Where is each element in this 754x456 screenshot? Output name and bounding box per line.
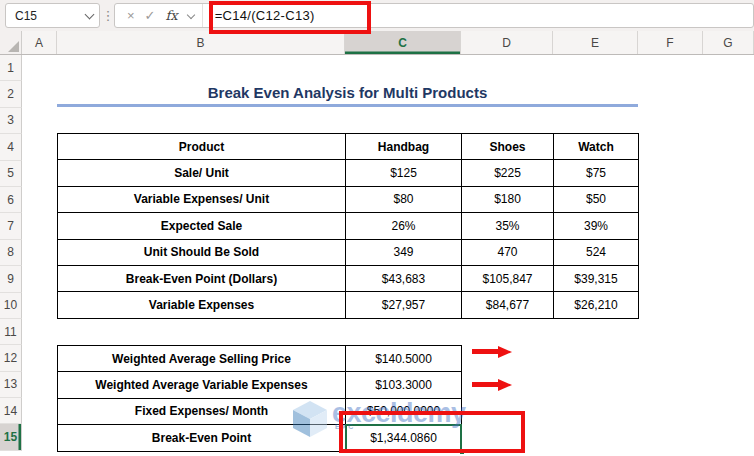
row-headers: 1 2 3 4 5 6 7 8 9 10 11 12 13 14 15 [0,55,22,451]
arrow-head-icon [498,379,512,391]
row-label[interactable]: Sale/ Unit [58,160,346,186]
row-header-2[interactable]: 2 [0,81,22,107]
table-row: Fixed Expenses/ Month $50,000.0000 [58,398,462,424]
cell-value[interactable]: $140.5000 [346,346,462,372]
row-label[interactable]: Expected Sale [58,213,346,239]
row-header-11[interactable]: 11 [0,319,22,345]
cell-value[interactable]: $26,210 [554,292,639,318]
row-label[interactable]: Weighted Average Variable Expenses [58,372,346,398]
row-header-8[interactable]: 8 [0,240,22,266]
enter-icon[interactable]: ✓ [145,8,156,23]
annotation-arrow-selling-price [472,345,512,358]
excel-window: C15 ⋮ × ✓ fx =C14/(C12-C13) A B C D E F … [0,0,754,456]
chevron-down-icon[interactable] [85,9,95,19]
row-label[interactable]: Unit Should Be Sold [58,239,346,265]
row-header-14[interactable]: 14 [0,398,22,424]
fx-chevron-down-icon[interactable] [186,10,194,18]
table-header-row: Product Handbag Shoes Watch [58,134,639,160]
row-label[interactable]: Weighted Average Selling Price [58,346,346,372]
row-header-6[interactable]: 6 [0,187,22,213]
fill-handle[interactable] [459,449,465,455]
row-label[interactable]: Variable Expenses [58,292,346,318]
column-header-a[interactable]: A [22,31,57,54]
select-all-triangle-icon [8,41,19,52]
table-row: Break-Even Point $1,344.0860 [58,425,462,451]
header-shoes[interactable]: Shoes [462,134,554,160]
cell-value[interactable]: 470 [462,239,554,265]
cell-value[interactable]: $39,315 [554,265,639,291]
formula-bar: × ✓ fx =C14/(C12-C13) [114,3,754,28]
cell-value[interactable]: 39% [554,213,639,239]
break-even-table: Product Handbag Shoes Watch Sale/ Unit $… [57,133,639,319]
sheet-title: Break Even Analysis for Multi Products [57,81,638,107]
selected-cell-c15[interactable]: $1,344.0860 [346,425,462,451]
name-box-value: C15 [15,9,37,23]
row-header-9[interactable]: 9 [0,266,22,292]
formula-toolbar: C15 ⋮ × ✓ fx =C14/(C12-C13) [0,0,754,31]
row-header-7[interactable]: 7 [0,213,22,239]
selected-cell-value: $1,344.0860 [370,431,437,445]
row-label[interactable]: Break-Even Point [58,425,346,451]
cell-value[interactable]: 35% [462,213,554,239]
row-label[interactable]: Variable Expenses/ Unit [58,186,346,212]
row-label[interactable]: Fixed Expenses/ Month [58,398,346,424]
row-header-13[interactable]: 13 [0,372,22,398]
select-all-corner[interactable] [0,31,22,54]
cell-value[interactable]: $80 [346,186,462,212]
header-product[interactable]: Product [58,134,346,160]
column-header-g[interactable]: G [703,31,754,54]
formula-buttons: × ✓ fx [115,4,203,27]
name-box[interactable]: C15 [5,3,100,28]
column-header-f[interactable]: F [638,31,703,54]
table-row: Break-Even Point (Dollars) $43,683 $105,… [58,265,639,291]
row-label[interactable]: Break-Even Point (Dollars) [58,265,346,291]
cell-value[interactable]: $50,000.0000 [346,398,462,424]
cell-value[interactable]: 524 [554,239,639,265]
column-header-b[interactable]: B [57,31,345,54]
row-header-10[interactable]: 10 [0,293,22,319]
table-row: Weighted Average Variable Expenses $103.… [58,372,462,398]
table-row: Variable Expenses $27,957 $84,677 $26,21… [58,292,639,318]
arrow-shaft [472,382,498,387]
cell-value[interactable]: $180 [462,186,554,212]
column-headers: A B C D E F G [0,31,754,55]
cell-value[interactable]: $43,683 [346,265,462,291]
annotation-arrow-variable-expenses [472,378,512,391]
row-header-3[interactable]: 3 [0,108,22,134]
cancel-icon[interactable]: × [127,8,135,23]
toolbar-separator-icon: ⋮ [103,3,113,28]
cell-value[interactable]: $103.3000 [346,372,462,398]
cell-value[interactable]: 349 [346,239,462,265]
column-header-d[interactable]: D [461,31,553,54]
header-handbag[interactable]: Handbag [346,134,462,160]
weighted-average-table: Weighted Average Selling Price $140.5000… [57,345,462,452]
cell-value[interactable]: $84,677 [462,292,554,318]
cell-value[interactable]: $50 [554,186,639,212]
insert-function-icon[interactable]: fx [166,8,178,23]
table-row: Unit Should Be Sold 349 470 524 [58,239,639,265]
cell-value[interactable]: $105,847 [462,265,554,291]
row-header-12[interactable]: 12 [0,345,22,371]
cell-value[interactable]: $75 [554,160,639,186]
table-row: Weighted Average Selling Price $140.5000 [58,346,462,372]
cell-value[interactable]: $225 [462,160,554,186]
table-row: Expected Sale 26% 35% 39% [58,213,639,239]
table-row: Sale/ Unit $125 $225 $75 [58,160,639,186]
cell-value[interactable]: $27,957 [346,292,462,318]
table-row: Variable Expenses/ Unit $80 $180 $50 [58,186,639,212]
arrow-head-icon [498,346,512,358]
row-header-4[interactable]: 4 [0,134,22,160]
row-header-1[interactable]: 1 [0,55,22,81]
row-header-15-selected[interactable]: 15 [0,424,22,450]
formula-input[interactable]: =C14/(C12-C13) [203,8,753,23]
cell-value[interactable]: $125 [346,160,462,186]
column-header-e[interactable]: E [553,31,638,54]
arrow-shaft [472,349,498,354]
row-header-5[interactable]: 5 [0,161,22,187]
column-header-c-selected[interactable]: C [345,31,461,54]
header-watch[interactable]: Watch [554,134,639,160]
cell-value[interactable]: 26% [346,213,462,239]
